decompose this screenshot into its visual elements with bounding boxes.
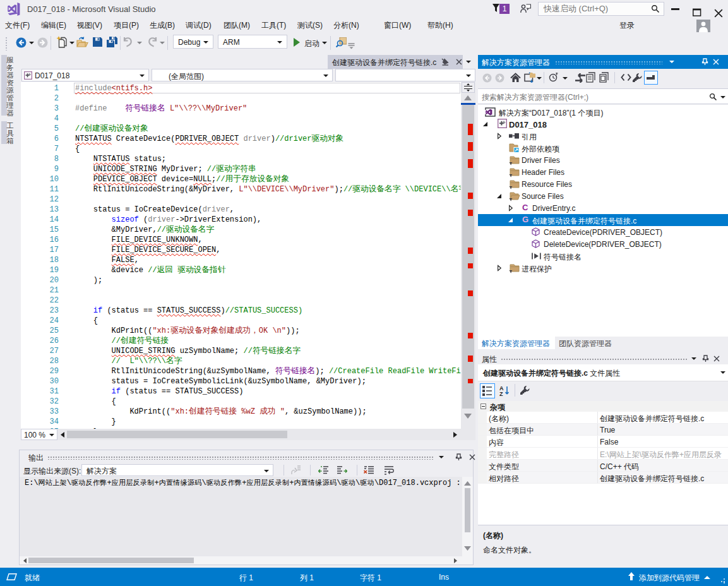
- svg-text:Z: Z: [499, 391, 503, 397]
